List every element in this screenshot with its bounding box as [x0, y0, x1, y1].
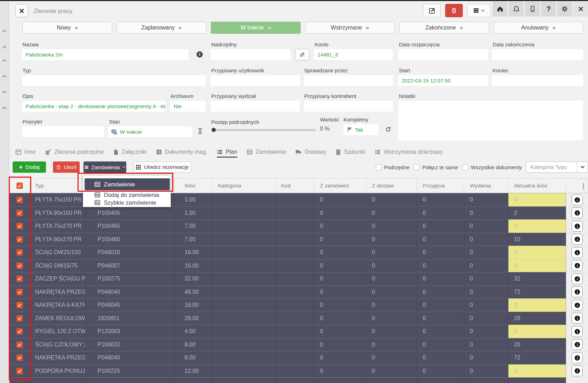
column-header-9[interactable]: Wydania [464, 179, 508, 193]
status-button-1[interactable]: Zaplanowany» [117, 22, 207, 34]
menu-item-1[interactable]: Dodaj do zamówienia [85, 191, 170, 199]
archiwum-field[interactable]: Nie [170, 101, 206, 112]
close-button[interactable] [573, 1, 588, 16]
przypisany_kontrahent-field[interactable] [304, 101, 393, 112]
column-menu-icon[interactable]: ⋮ [580, 182, 587, 190]
progress-slider-track[interactable] [211, 129, 316, 131]
checkbox[interactable] [414, 164, 420, 170]
row-info-button[interactable] [572, 194, 583, 205]
status-button-3[interactable]: Wstrzymane» [305, 22, 395, 34]
row-info-button[interactable] [572, 326, 583, 337]
tab-dostawy[interactable]: Dostawy [295, 149, 326, 158]
row-info-button[interactable] [572, 339, 583, 350]
column-header-10[interactable]: Aktualna ilość [508, 179, 566, 193]
kompletny-field[interactable]: Tak [343, 124, 379, 135]
row-checkbox[interactable] [16, 223, 23, 229]
notifications-button[interactable] [509, 1, 524, 16]
row-checkbox[interactable] [16, 342, 23, 348]
delete-rows-button[interactable]: Usuń [53, 161, 80, 173]
status-button-2[interactable]: W trakcie» [211, 22, 301, 34]
data_zakonczenia-field[interactable] [492, 49, 583, 60]
tab-inne[interactable]: Inne [15, 149, 35, 158]
row-info-button[interactable] [572, 260, 583, 271]
column-header-3[interactable]: Ilość [175, 179, 212, 193]
column-header-1[interactable]: Typ [30, 179, 86, 193]
add-button[interactable]: + Dodaj [13, 161, 46, 173]
checkbox[interactable] [376, 164, 382, 170]
rail-chevron-up-icon[interactable] [2, 57, 7, 63]
row-checkbox[interactable] [16, 263, 23, 269]
row-checkbox[interactable] [16, 210, 23, 216]
status-button-0[interactable]: Nowy» [22, 22, 112, 34]
tab-za-czniki[interactable]: Załączniki [113, 149, 147, 158]
column-header-0[interactable] [9, 179, 30, 193]
row-info-button[interactable] [572, 247, 583, 258]
nazwa-field[interactable]: Palościanka 2m [22, 49, 189, 60]
row-info-button[interactable] [572, 365, 583, 376]
row-checkbox[interactable] [16, 289, 23, 295]
delete-button[interactable] [445, 4, 463, 17]
rail-chevron-up-icon[interactable] [2, 27, 7, 34]
priorytet-field[interactable] [22, 126, 104, 137]
przypisany_wydzial-field[interactable] [211, 101, 300, 112]
row-checkbox[interactable] [16, 355, 23, 361]
row-info-button[interactable] [572, 313, 583, 324]
status-button-4[interactable]: Zakończone» [399, 22, 489, 34]
settings-button[interactable] [557, 1, 572, 16]
checkbox[interactable] [462, 164, 468, 170]
create-reservation-button[interactable]: Utwórz rezerwację [133, 161, 191, 173]
row-info-button[interactable] [572, 300, 583, 311]
help-button[interactable]: ? [541, 1, 556, 16]
row-info-button[interactable] [572, 207, 583, 218]
rail-chevron-up-icon[interactable] [2, 44, 7, 50]
nadrzedny-field[interactable] [211, 49, 290, 60]
kategoria-typu-select[interactable]: Kategoria Typu [526, 161, 588, 173]
row-info-button[interactable] [572, 286, 583, 297]
tab-wstrzymania-dzier-awy[interactable]: Wstrzymania dzierżawy [375, 149, 443, 158]
column-header-8[interactable]: Przyjęcia [417, 179, 464, 193]
row-checkbox[interactable] [16, 328, 23, 335]
row-info-button[interactable] [572, 234, 583, 245]
edit-button[interactable] [423, 4, 441, 17]
refresh-icon[interactable] [385, 126, 391, 134]
menu-button[interactable] [467, 4, 490, 17]
typ-field[interactable] [22, 75, 206, 86]
rail-chevron-up-icon[interactable] [2, 88, 7, 95]
status-button-5[interactable]: Anulowany» [494, 22, 583, 34]
row-info-button[interactable] [572, 221, 583, 232]
row-checkbox[interactable] [16, 302, 23, 308]
row-info-button[interactable] [572, 352, 583, 363]
rail-chevron-up-icon[interactable] [2, 104, 7, 111]
row-checkbox[interactable] [16, 236, 23, 243]
progress-slider-handle[interactable] [212, 128, 216, 132]
konto-field[interactable]: 14481_3 [314, 49, 393, 60]
column-header-5[interactable]: Kod [275, 179, 314, 193]
przypisany_uzytkownik-field[interactable] [211, 75, 300, 86]
row-checkbox[interactable] [16, 368, 23, 374]
stan-field[interactable]: W trakcie [108, 126, 192, 137]
row-checkbox[interactable] [16, 315, 23, 322]
row-checkbox[interactable] [16, 276, 23, 282]
row-checkbox[interactable] [16, 197, 23, 203]
menu-item-2[interactable]: Szybkie zamówienie [85, 199, 170, 206]
menu-item-0[interactable]: Zamówienie [85, 178, 170, 190]
tab-plan[interactable]: Plan [217, 149, 237, 158]
mobile-button[interactable] [525, 1, 540, 16]
column-header-4[interactable]: Kategoria [212, 179, 275, 193]
start-field[interactable]: 2022-03-15 12:07:50 [398, 75, 488, 86]
koniec-field[interactable] [492, 75, 583, 86]
tab-zam-wienia[interactable]: Zamówienia [247, 149, 286, 158]
rail-chevron-up-icon[interactable] [2, 73, 7, 79]
tab-dokumenty-mag-[interactable]: Dokumenty mag. [156, 149, 207, 158]
column-header-7[interactable]: Z dostaw [366, 179, 417, 193]
sprawdzane_przez-field[interactable] [304, 75, 393, 86]
column-header-6[interactable]: Z zamówień [314, 179, 366, 193]
select-all-checkbox[interactable] [16, 183, 23, 189]
close-panel-button[interactable] [15, 4, 28, 17]
info-icon[interactable]: i [196, 51, 203, 58]
opis-field[interactable]: Palościanka - etap 2 - deskowanie pionow… [22, 101, 166, 112]
home-button[interactable] [493, 1, 508, 16]
row-checkbox[interactable] [16, 249, 23, 256]
orders-dropdown-button[interactable]: Zamówienia [83, 161, 126, 173]
tab-szalunki[interactable]: Szalunki [336, 149, 365, 158]
